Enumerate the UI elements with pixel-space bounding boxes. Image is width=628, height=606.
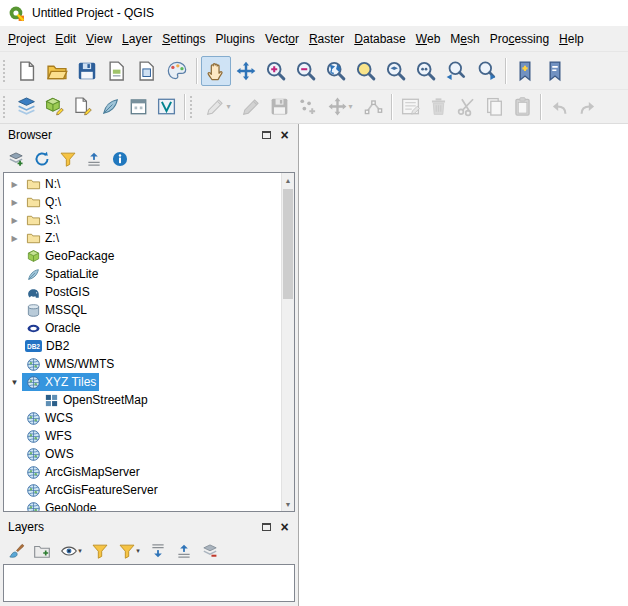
refresh-button[interactable]: [30, 147, 54, 171]
browser-item-xyz-tiles[interactable]: ▼ XYZ Tiles: [4, 373, 281, 391]
menu-vector[interactable]: Vector: [260, 26, 304, 51]
cut-features-button[interactable]: [452, 93, 480, 121]
browser-item-wms-wmts[interactable]: WMS/WMTS: [4, 355, 281, 373]
browser-item-ows[interactable]: OWS: [4, 445, 281, 463]
collapse-all-button[interactable]: [172, 539, 196, 563]
menu-settings[interactable]: Settings: [157, 26, 210, 51]
browser-item-q-drive[interactable]: ▶ Q:\: [4, 193, 281, 211]
filter-legend-button[interactable]: [88, 539, 112, 563]
new-temporary-scratch-layer-button[interactable]: [124, 93, 152, 121]
browser-item-z-drive[interactable]: ▶ Z:\: [4, 229, 281, 247]
browser-item-openstreetmap[interactable]: OpenStreetMap: [4, 391, 281, 409]
menu-raster[interactable]: Raster: [304, 26, 349, 51]
add-selected-layers-button[interactable]: [4, 147, 28, 171]
menu-mesh[interactable]: Mesh: [445, 26, 484, 51]
browser-item-geonode[interactable]: GeoNode: [4, 499, 281, 511]
browser-undock-button[interactable]: [259, 128, 274, 143]
pan-to-selection-button[interactable]: [231, 56, 261, 86]
expander-icon[interactable]: ▶: [7, 234, 22, 243]
menu-processing[interactable]: Processing: [485, 26, 554, 51]
layers-list[interactable]: [3, 564, 295, 602]
selected-item[interactable]: XYZ Tiles: [22, 373, 99, 391]
open-layer-styling-button[interactable]: [4, 539, 28, 563]
manage-map-themes-button[interactable]: ▾: [56, 539, 86, 563]
scroll-down-button[interactable]: ▼: [282, 497, 294, 511]
zoom-to-layer-button[interactable]: [381, 56, 411, 86]
new-spatialite-layer-button[interactable]: [96, 93, 124, 121]
new-print-layout-button[interactable]: [102, 56, 132, 86]
menu-project[interactable]: Project: [3, 26, 50, 51]
zoom-out-button[interactable]: [291, 56, 321, 86]
browser-close-button[interactable]: ×: [277, 128, 292, 143]
menu-layer[interactable]: Layer: [117, 26, 157, 51]
browser-item-mssql[interactable]: MSSQL: [4, 301, 281, 319]
browser-item-arcgisfeatureserver[interactable]: ArcGisFeatureServer: [4, 481, 281, 499]
new-project-button[interactable]: [12, 56, 42, 86]
zoom-next-button[interactable]: [471, 56, 501, 86]
menu-help[interactable]: Help: [554, 26, 589, 51]
layers-close-button[interactable]: ×: [277, 520, 292, 535]
add-group-button[interactable]: [30, 539, 54, 563]
move-feature-button[interactable]: ▾: [321, 93, 359, 121]
toolbar-grip[interactable]: [3, 60, 9, 82]
copy-features-button[interactable]: [480, 93, 508, 121]
open-project-button[interactable]: [42, 56, 72, 86]
new-shapefile-layer-button[interactable]: [68, 93, 96, 121]
expander-icon[interactable]: ▶: [7, 216, 22, 225]
redo-button[interactable]: [573, 93, 601, 121]
add-feature-button[interactable]: [293, 93, 321, 121]
style-manager-button[interactable]: [162, 56, 192, 86]
expander-icon[interactable]: ▶: [7, 198, 22, 207]
delete-selected-button[interactable]: [424, 93, 452, 121]
vertex-tool-button[interactable]: [359, 93, 387, 121]
modify-attributes-button[interactable]: [396, 93, 424, 121]
browser-item-spatialite[interactable]: SpatiaLite: [4, 265, 281, 283]
undo-button[interactable]: [545, 93, 573, 121]
menu-database[interactable]: Database: [349, 26, 410, 51]
browser-item-arcgismapserver[interactable]: ArcGisMapServer: [4, 463, 281, 481]
zoom-last-button[interactable]: [441, 56, 471, 86]
browser-item-wfs[interactable]: WFS: [4, 427, 281, 445]
new-bookmark-button[interactable]: [510, 56, 540, 86]
show-bookmarks-button[interactable]: [540, 56, 570, 86]
open-data-source-manager-button[interactable]: [12, 93, 40, 121]
browser-item-wcs[interactable]: WCS: [4, 409, 281, 427]
save-project-button[interactable]: [72, 56, 102, 86]
expander-icon[interactable]: ▶: [7, 180, 22, 189]
pan-map-button[interactable]: [201, 56, 231, 86]
zoom-native-resolution-button[interactable]: [411, 56, 441, 86]
new-virtual-layer-button[interactable]: [152, 93, 180, 121]
menu-view[interactable]: View: [81, 26, 117, 51]
browser-item-s-drive[interactable]: ▶ S:\: [4, 211, 281, 229]
browser-item-geopackage[interactable]: GeoPackage: [4, 247, 281, 265]
browser-item-db2[interactable]: DB2DB2: [4, 337, 281, 355]
new-geopackage-layer-button[interactable]: [40, 93, 68, 121]
expander-icon[interactable]: ▼: [7, 378, 22, 387]
save-layer-edits-button[interactable]: [265, 93, 293, 121]
expand-all-button[interactable]: [146, 539, 170, 563]
current-edits-button[interactable]: ▾: [199, 93, 237, 121]
paste-features-button[interactable]: [508, 93, 536, 121]
map-canvas[interactable]: [298, 124, 628, 606]
scroll-up-button[interactable]: ▲: [282, 173, 294, 187]
filter-by-expression-button[interactable]: ▾: [114, 539, 144, 563]
filter-browser-button[interactable]: [56, 147, 80, 171]
zoom-in-button[interactable]: [261, 56, 291, 86]
toggle-editing-button[interactable]: [237, 93, 265, 121]
remove-layer-button[interactable]: [198, 539, 222, 563]
menu-plugins[interactable]: Plugins: [211, 26, 260, 51]
show-layout-manager-button[interactable]: [132, 56, 162, 86]
toolbar-grip[interactable]: [3, 96, 9, 118]
layers-undock-button[interactable]: [259, 520, 274, 535]
browser-item-n-drive[interactable]: ▶ N:\: [4, 175, 281, 193]
browser-item-postgis[interactable]: PostGIS: [4, 283, 281, 301]
scrollbar-thumb[interactable]: [283, 189, 293, 299]
collapse-all-button[interactable]: [82, 147, 106, 171]
browser-scrollbar[interactable]: ▲ ▼: [281, 173, 294, 511]
zoom-to-selection-button[interactable]: [351, 56, 381, 86]
browser-item-oracle[interactable]: Oracle: [4, 319, 281, 337]
menu-web[interactable]: Web: [411, 26, 446, 51]
zoom-full-button[interactable]: [321, 56, 351, 86]
properties-widget-button[interactable]: [108, 147, 132, 171]
menu-edit[interactable]: Edit: [50, 26, 81, 51]
